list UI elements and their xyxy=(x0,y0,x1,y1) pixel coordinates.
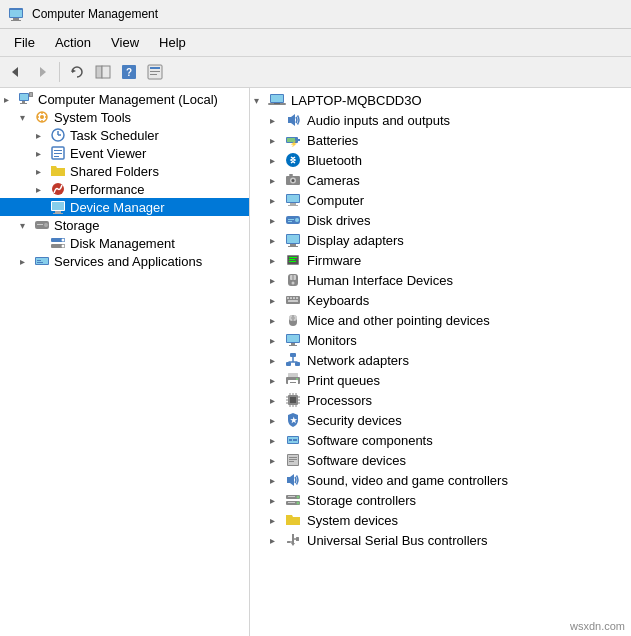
toolbar-sep-1 xyxy=(59,62,60,82)
tree-item-performance[interactable]: ▸ Performance xyxy=(0,180,249,198)
processor-icon xyxy=(284,392,302,408)
device-header[interactable]: ▾ LAPTOP-MQBCDD3O xyxy=(250,90,631,110)
menu-action[interactable]: Action xyxy=(45,31,101,54)
usb-icon xyxy=(284,532,302,548)
svg-rect-39 xyxy=(53,213,63,214)
svg-rect-9 xyxy=(102,66,110,78)
device-usb[interactable]: ▸ Universal Serial Bus controllers xyxy=(250,530,631,550)
device-processors-arrow: ▸ xyxy=(270,395,284,406)
printer-icon xyxy=(284,372,302,388)
device-disk-drives-label: Disk drives xyxy=(307,213,371,228)
tree-item-event-viewer[interactable]: ▸ Event Viewer xyxy=(0,144,249,162)
svg-rect-17 xyxy=(20,94,28,100)
btn-show-hide[interactable] xyxy=(91,60,115,84)
svg-rect-134 xyxy=(289,459,297,460)
tree-arrow-perf: ▸ xyxy=(36,184,50,195)
tree-item-device-manager[interactable]: Device Manager xyxy=(0,198,249,216)
device-cameras[interactable]: ▸ Cameras xyxy=(250,170,631,190)
btn-help[interactable]: ? xyxy=(117,60,141,84)
security-icon: ★ xyxy=(284,412,302,428)
shared-folders-icon xyxy=(50,163,66,179)
svg-rect-49 xyxy=(37,260,41,261)
tree-item-computer-management-local[interactable]: ▸ Computer Management (Local) xyxy=(0,90,249,108)
software-components-icon xyxy=(284,432,302,448)
tree-arrow-cm: ▸ xyxy=(4,94,18,105)
device-bluetooth-label: Bluetooth xyxy=(307,153,362,168)
keyboard-icon xyxy=(284,292,302,308)
svg-rect-52 xyxy=(271,95,283,102)
svg-rect-75 xyxy=(287,235,299,243)
svg-rect-88 xyxy=(287,297,289,299)
device-manager-icon xyxy=(50,199,66,215)
menu-view[interactable]: View xyxy=(101,31,149,54)
device-cameras-arrow: ▸ xyxy=(270,175,284,186)
svg-rect-89 xyxy=(290,297,292,299)
svg-rect-54 xyxy=(274,103,280,104)
menu-file[interactable]: File xyxy=(4,31,45,54)
menu-help[interactable]: Help xyxy=(149,31,196,54)
device-print-label: Print queues xyxy=(307,373,380,388)
svg-rect-147 xyxy=(287,541,290,543)
device-print[interactable]: ▸ Print queues xyxy=(250,370,631,390)
device-disk-drives[interactable]: ▸ Disk drives xyxy=(250,210,631,230)
tree-item-task-scheduler[interactable]: ▸ Task Scheduler xyxy=(0,126,249,144)
tree-item-storage[interactable]: ▾ Storage xyxy=(0,216,249,234)
device-security[interactable]: ▸ ★ Security devices xyxy=(250,410,631,430)
svg-rect-42 xyxy=(37,224,43,225)
svg-rect-8 xyxy=(96,66,102,78)
btn-back[interactable] xyxy=(4,60,28,84)
svg-rect-18 xyxy=(22,101,25,103)
battery-icon: ⚡ xyxy=(284,132,302,148)
btn-properties[interactable] xyxy=(143,60,167,84)
svg-rect-2 xyxy=(11,20,21,21)
svg-text:★: ★ xyxy=(290,416,298,425)
device-monitors[interactable]: ▸ Monitors xyxy=(250,330,631,350)
device-sound[interactable]: ▸ Sound, video and game controllers xyxy=(250,470,631,490)
svg-rect-37 xyxy=(52,202,64,210)
device-bluetooth[interactable]: ▸ Bluetooth xyxy=(250,150,631,170)
btn-forward[interactable] xyxy=(30,60,54,84)
svg-rect-100 xyxy=(289,345,297,346)
device-firmware[interactable]: ▸ Firmware xyxy=(250,250,631,270)
device-batteries[interactable]: ▸ ⚡ Batteries xyxy=(250,130,631,150)
device-software-devices[interactable]: ▸ Software devices xyxy=(250,450,631,470)
tree-item-disk-management[interactable]: Disk Management xyxy=(0,234,249,252)
svg-rect-19 xyxy=(20,103,27,104)
tree-item-services-applications[interactable]: ▸ Services and Applications xyxy=(0,252,249,270)
device-software-components[interactable]: ▸ Software components xyxy=(250,430,631,450)
svg-rect-80 xyxy=(289,257,297,258)
svg-rect-92 xyxy=(288,300,298,302)
tree-arrow-st: ▾ xyxy=(20,112,34,123)
device-keyboards[interactable]: ▸ Keyboards xyxy=(250,290,631,310)
device-network[interactable]: ▸ Network adapters xyxy=(250,350,631,370)
services-icon xyxy=(34,253,50,269)
svg-rect-72 xyxy=(288,219,294,220)
device-keyboards-label: Keyboards xyxy=(307,293,369,308)
device-computer[interactable]: ▸ Computer xyxy=(250,190,631,210)
tree-item-shared-folders[interactable]: ▸ Shared Folders xyxy=(0,162,249,180)
svg-point-140 xyxy=(297,502,300,505)
device-system-devices[interactable]: ▸ System devices xyxy=(250,510,631,530)
hid-icon xyxy=(284,272,302,288)
device-hid[interactable]: ▸ Human Interface Devices xyxy=(250,270,631,290)
tree-label-device-manager: Device Manager xyxy=(70,200,165,215)
device-mice[interactable]: ▸ Mice and other pointing devices xyxy=(250,310,631,330)
main-area: ▸ Computer Management (Local) ▾ xyxy=(0,88,631,636)
svg-marker-136 xyxy=(287,474,294,486)
svg-rect-1 xyxy=(13,18,19,20)
tree-item-system-tools[interactable]: ▾ System Tools xyxy=(0,108,249,126)
device-audio[interactable]: ▸ Audio inputs and outputs xyxy=(250,110,631,130)
device-batteries-label: Batteries xyxy=(307,133,358,148)
device-hid-label: Human Interface Devices xyxy=(307,273,453,288)
device-processors[interactable]: ▸ Proces xyxy=(250,390,631,410)
device-storage-ctrl[interactable]: ▸ Storage controllers xyxy=(250,490,631,510)
svg-rect-57 xyxy=(298,139,300,141)
device-display[interactable]: ▸ Display adapters xyxy=(250,230,631,250)
svg-point-41 xyxy=(44,223,48,227)
disk-drives-icon xyxy=(284,212,302,228)
svg-rect-13 xyxy=(150,67,160,69)
btn-refresh[interactable] xyxy=(65,60,89,84)
svg-point-64 xyxy=(292,179,295,182)
device-header-label: LAPTOP-MQBCDD3O xyxy=(291,93,422,108)
svg-text:?: ? xyxy=(126,67,132,78)
